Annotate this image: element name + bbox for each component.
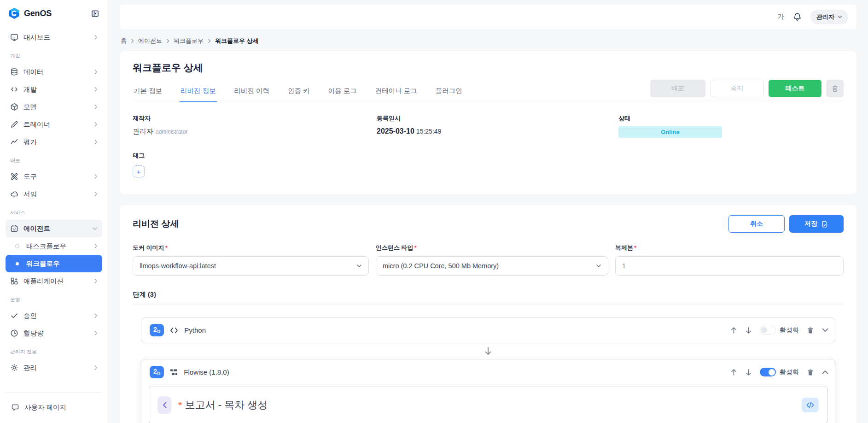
chevron-right-icon [94,69,98,75]
flow-down-arrow-icon [141,347,835,356]
revision-fields: 도커 이미지* llmops-workflow-api:latest 인스턴스 … [133,244,844,276]
pencil-icon [10,120,18,129]
enable-toggle-label: 활성화 [780,368,799,376]
cancel-button[interactable]: 취소 [728,215,785,233]
sidebar-item-label: 도구 [23,172,37,181]
chat-bubble-icon [11,403,19,411]
dashboard-icon [10,33,18,41]
sidebar-section-deploy: 배포 [6,151,102,168]
sidebar-item-tools[interactable]: 도구 [6,168,102,185]
sidebar-item-workflow[interactable]: 워크플로우 [6,255,102,272]
chevron-right-icon [94,313,98,318]
tools-icon [10,172,18,181]
breadcrumb-home[interactable]: 홈 [121,37,127,45]
sidebar-item-agent[interactable]: 에이전트 [6,220,102,237]
app-name: GenOS [24,9,52,18]
revision-detail-card: 리비전 상세 취소 저장 도커 이미지* llmops-workflow-api… [120,205,856,423]
replicas-input[interactable] [622,262,837,270]
tab-revision-history[interactable]: 리비전 이력 [233,80,271,102]
sidebar-item-label: 관리 [23,364,37,372]
expand-chevron-icon[interactable] [822,328,828,332]
replicas-field [615,256,844,276]
sidebar-section-service: 서비스 [6,203,102,220]
replicas-label: 복제본 [615,244,633,251]
tab-revision-info[interactable]: 리비전 정보 [180,80,217,102]
cloud-icon [10,190,18,198]
instance-type-select[interactable]: micro (0.2 CPU Core, 500 Mb Memory) [376,256,608,276]
sidebar: GenOS 대시보드 개발 데이터 개발 모델 [0,0,108,423]
font-size-toggle[interactable]: 가 [777,12,784,21]
enable-toggle[interactable] [760,368,776,376]
test-button[interactable]: 테스트 [769,80,821,97]
sidebar-item-quota[interactable]: 할당량 [6,324,102,342]
save-button-label: 저장 [804,220,817,228]
breadcrumb: 홈 에이전트 워크플로우 워크플로우 상세 [121,37,856,45]
steps-list: 2/3 Python 활성화 [141,317,835,423]
chevron-down-icon [838,15,842,18]
required-star: * [178,400,182,410]
trash-icon[interactable] [807,326,814,334]
sidebar-collapse-icon[interactable] [91,9,99,18]
chevron-down-icon [596,264,601,268]
sidebar-item-data[interactable]: 데이터 [6,63,102,81]
sidebar-item-admin[interactable]: 관리 [6,359,102,376]
sidebar-item-label: 할당량 [23,329,44,338]
user-menu[interactable]: 관리자 [810,10,848,24]
sidebar-item-trainer[interactable]: 트레이너 [6,116,102,133]
chevron-right-icon [94,104,98,110]
sidebar-item-label: 워크플로우 [26,259,60,268]
sidebar-item-label: 애플리케이션 [23,277,64,286]
trash-icon[interactable] [807,368,814,376]
sidebar-item-model[interactable]: 모델 [6,98,102,116]
sidebar-section-ops: 운영 [6,290,102,307]
registered-label: 등록일시 [377,114,618,123]
flowise-step-content: * 보고서 - 목차 생성 [149,387,827,423]
tab-container-log[interactable]: 컨테이너 로그 [374,80,418,102]
deploy-button[interactable]: 배포 [650,80,705,97]
sidebar-item-label: 개발 [23,85,37,94]
move-down-icon[interactable] [745,369,752,376]
sidebar-item-serving[interactable]: 서빙 [6,185,102,203]
app-logo[interactable]: GenOS [8,7,52,19]
tab-auth-key[interactable]: 인증 키 [287,80,311,102]
cube-icon [10,103,18,111]
tab-plugin[interactable]: 플러그인 [435,80,463,102]
collapse-chevron-icon[interactable] [822,370,828,374]
main-area: 가 관리자 홈 에이전트 워크플로우 워크플로우 상세 워크플로우 상세 기본 … [108,0,868,423]
add-tag-button[interactable]: + [133,165,145,177]
chevron-right-icon [94,139,98,145]
chart-line-icon [10,138,18,146]
sidebar-item-user-page[interactable]: 사용자 페이지 [10,399,98,416]
breadcrumb-workflow[interactable]: 워크플로우 [174,37,204,45]
flow-title: 보고서 - 목차 생성 [185,399,268,411]
sidebar-item-dashboard[interactable]: 대시보드 [6,29,102,46]
code-view-button[interactable] [802,398,819,412]
sidebar-item-taskflow[interactable]: 태스크플로우 [6,237,102,255]
sidebar-item-approval[interactable]: 승인 [6,307,102,324]
sidebar-item-develop[interactable]: 개발 [6,81,102,98]
tab-basic-info[interactable]: 기본 정보 [133,80,163,102]
delete-button[interactable] [826,80,844,97]
chevron-down-icon [92,227,98,230]
move-up-icon[interactable] [730,369,737,376]
registered-time: 15:25:49 [416,128,442,135]
sidebar-section-admin: 관리자 전용 [6,342,102,359]
sidebar-nav: 대시보드 개발 데이터 개발 모델 트레이너 평가 [6,29,102,376]
stop-button[interactable]: 중지 [710,80,764,97]
breadcrumb-agent[interactable]: 에이전트 [138,37,162,45]
save-button[interactable]: 저장 [789,215,844,233]
docker-image-select[interactable]: llmops-workflow-api:latest [133,256,369,276]
sidebar-item-application[interactable]: 애플리케이션 [6,272,102,290]
breadcrumb-current: 워크플로우 상세 [215,37,259,45]
tab-usage-log[interactable]: 이용 로그 [327,80,358,102]
notifications-bell-icon[interactable] [792,12,802,22]
tag-label: 태그 [133,152,844,160]
enable-toggle[interactable] [760,326,776,335]
trash-icon [831,84,839,93]
move-down-icon[interactable] [745,327,752,334]
move-up-icon[interactable] [730,327,737,334]
sidebar-item-eval[interactable]: 평가 [6,133,102,151]
prev-chevron-button[interactable] [157,396,171,414]
chevron-right-icon [94,191,98,197]
docker-image-label: 도커 이미지 [133,244,164,251]
